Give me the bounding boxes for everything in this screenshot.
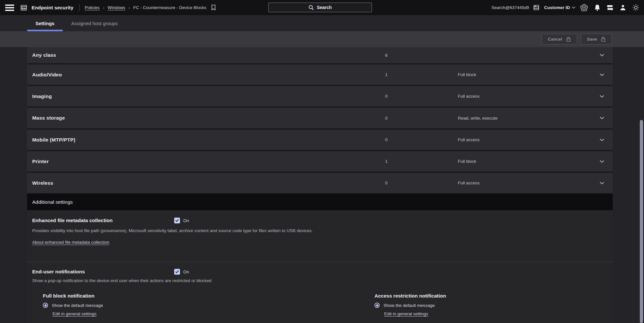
device-class-label: Printer xyxy=(27,159,49,164)
chat-icon[interactable] xyxy=(606,5,614,11)
chevron-down-icon xyxy=(572,6,575,9)
device-class-label: Mass storage xyxy=(27,115,65,121)
enhanced-metadata-description: Provides visibility into host file path … xyxy=(32,227,401,235)
device-class-label: Any class xyxy=(27,52,56,58)
chevron-down-icon[interactable] xyxy=(600,117,604,120)
global-search-input[interactable]: Search xyxy=(268,3,372,12)
breadcrumb-separator: › xyxy=(128,5,130,10)
end-user-notifications-section: End-user notifications On Show a pop-up … xyxy=(27,262,613,323)
checkmark-icon xyxy=(175,270,179,273)
full-block-edit-settings-link[interactable]: Edit in general settings xyxy=(52,311,97,316)
full-block-notification-heading: Full block notification xyxy=(43,293,374,299)
additional-settings-title: Additional settings xyxy=(27,199,73,205)
device-class-count: 6 xyxy=(385,53,388,58)
hamburger-menu-icon[interactable] xyxy=(5,5,14,11)
device-class-count: 0 xyxy=(385,181,388,185)
breadcrumb-policies[interactable]: Policies xyxy=(85,5,100,10)
search-placeholder: Search xyxy=(317,5,332,10)
device-class-label: Wireless xyxy=(27,180,53,186)
tab-bar: Settings Assigned host groups xyxy=(0,15,644,31)
enhanced-metadata-title: Enhanced file metadata collection xyxy=(32,218,174,223)
top-bar: Endpoint security Policies › Windows › F… xyxy=(0,0,644,15)
chevron-down-icon[interactable] xyxy=(600,73,604,76)
device-class-action: Full block xyxy=(458,159,476,164)
device-class-count: 0 xyxy=(385,137,388,142)
table-row-audio-video[interactable]: Audio/Video 1 Full block xyxy=(27,64,613,85)
bookmark-icon[interactable] xyxy=(211,5,216,11)
device-class-action: Full access xyxy=(458,94,480,99)
enhanced-metadata-toggle-label: On xyxy=(183,218,189,223)
table-row-any-class[interactable]: Any class 6 xyxy=(27,47,613,63)
chevron-down-icon[interactable] xyxy=(600,181,604,184)
customer-id-dropdown[interactable]: Customer ID xyxy=(544,5,575,10)
save-button-label: Save xyxy=(587,37,597,42)
search-icon xyxy=(308,5,314,10)
chevron-down-icon[interactable] xyxy=(600,138,604,141)
breadcrumb-windows[interactable]: Windows xyxy=(108,5,125,10)
bell-icon[interactable] xyxy=(594,4,601,11)
sun-icon[interactable] xyxy=(632,4,639,11)
stack-icon[interactable] xyxy=(533,4,540,11)
save-button[interactable]: Save xyxy=(581,34,612,44)
additional-settings-header: Additional settings xyxy=(27,194,613,210)
pentagon-store-icon[interactable] xyxy=(580,4,588,12)
chevron-down-icon[interactable] xyxy=(600,54,604,57)
device-class-label: Mobile (MTP/PTP) xyxy=(27,137,75,143)
device-class-action: Read, write, execute xyxy=(458,116,497,121)
topbar-divider xyxy=(79,4,80,11)
access-restriction-edit-settings-link[interactable]: Edit in general settings xyxy=(384,311,428,316)
app-title: Endpoint security xyxy=(32,5,73,10)
table-row-mobile[interactable]: Mobile (MTP/PTP) 0 Full access xyxy=(27,130,613,150)
end-user-notifications-toggle-label: On xyxy=(183,269,189,274)
table-row-printer[interactable]: Printer 1 Full block xyxy=(27,151,613,171)
device-class-count: 0 xyxy=(385,116,388,121)
search-context-label: Search@637445d9 xyxy=(491,5,529,10)
enhanced-metadata-checkbox[interactable] xyxy=(174,218,180,223)
access-restriction-heading: Access restriction notification xyxy=(374,293,608,299)
access-restriction-radio-label: Show the default message xyxy=(384,303,435,308)
breadcrumb-separator: › xyxy=(103,5,105,10)
end-user-notifications-description: Show a pop-up notification to the device… xyxy=(32,277,401,285)
cancel-button[interactable]: Cancel xyxy=(542,34,577,44)
device-class-label: Audio/Video xyxy=(27,72,62,78)
action-toolbar: Cancel Save xyxy=(0,31,644,47)
access-restriction-notification-group: Access restriction notification Show the… xyxy=(374,293,608,317)
vertical-scrollbar-thumb[interactable] xyxy=(640,120,643,323)
endpoint-security-app-icon xyxy=(20,4,28,12)
device-class-label: Imaging xyxy=(27,93,52,99)
cancel-button-label: Cancel xyxy=(548,37,562,42)
topbar-right-cluster: Search@637445d9 Customer ID xyxy=(491,0,639,15)
about-enhanced-metadata-link[interactable]: About enhanced file metadata collection xyxy=(32,240,109,245)
full-block-default-message-radio[interactable] xyxy=(43,303,48,308)
lock-icon xyxy=(601,36,606,42)
chevron-down-icon[interactable] xyxy=(600,160,604,163)
breadcrumb-current-policy: FC - Countermeasure - Device Blocks xyxy=(133,5,206,10)
enhanced-metadata-section: Enhanced file metadata collection On Pro… xyxy=(27,210,613,262)
table-row-wireless[interactable]: Wireless 0 Full access xyxy=(27,173,613,193)
device-class-count: 1 xyxy=(385,159,388,164)
device-class-count: 0 xyxy=(385,94,388,99)
customer-id-label: Customer ID xyxy=(544,5,570,10)
device-class-action: Full block xyxy=(458,72,476,77)
chevron-down-icon[interactable] xyxy=(600,95,604,98)
lock-icon xyxy=(566,36,571,42)
end-user-notifications-title: End-user notifications xyxy=(32,269,174,275)
access-restriction-default-message-radio[interactable] xyxy=(374,303,380,308)
tab-assigned-host-groups[interactable]: Assigned host groups xyxy=(63,15,126,31)
person-icon[interactable] xyxy=(620,4,626,11)
table-row-imaging[interactable]: Imaging 0 Full access xyxy=(27,86,613,106)
full-block-radio-label: Show the default message xyxy=(52,303,103,308)
endpoint-security-app: Endpoint security Policies › Windows › F… xyxy=(0,0,644,323)
table-row-mass-storage[interactable]: Mass storage 0 Read, write, execute xyxy=(27,108,613,128)
tab-settings[interactable]: Settings xyxy=(27,15,63,31)
device-class-action: Full access xyxy=(458,181,480,185)
device-classes-panel: Any class 6 Audio/Video 1 Full block Ima… xyxy=(27,47,613,323)
end-user-notifications-checkbox[interactable] xyxy=(174,269,180,275)
full-block-notification-group: Full block notification Show the default… xyxy=(32,293,374,317)
device-class-action: Full access xyxy=(458,137,480,142)
checkmark-icon xyxy=(175,219,179,222)
device-class-count: 1 xyxy=(385,72,388,77)
breadcrumb: Policies › Windows › FC - Countermeasure… xyxy=(85,5,206,10)
